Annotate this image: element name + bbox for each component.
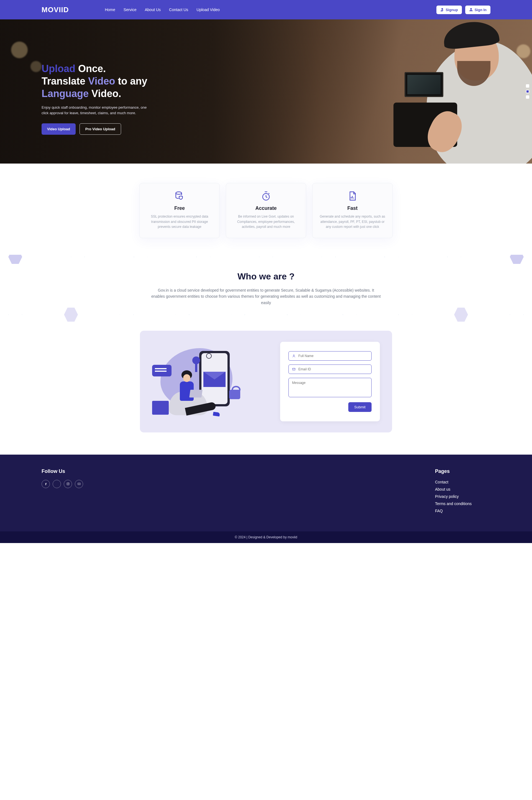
header: MOVIID Home Service About Us Contact Us … <box>0 0 532 19</box>
contact-form: Submit <box>280 342 380 421</box>
submit-button[interactable]: Submit <box>348 402 372 412</box>
footer-link-about[interactable]: About us <box>435 487 450 491</box>
who-body: Gov.in is a cloud service developed for … <box>151 287 381 306</box>
database-shield-icon <box>174 191 185 201</box>
full-name-input[interactable] <box>299 354 368 358</box>
pro-video-upload-button[interactable]: Pro Video Upload <box>79 123 121 135</box>
facebook-link[interactable] <box>41 480 50 488</box>
hero-slide-pager <box>526 84 529 99</box>
feature-title: Fast <box>319 205 386 211</box>
contact-section: Submit <box>140 331 392 432</box>
feature-card-free: Free SSL protection ensures encrypted da… <box>139 183 220 238</box>
signin-icon <box>469 8 473 12</box>
features-section: Free SSL protection ensures encrypted da… <box>0 164 532 255</box>
footer-copyright: © 2024 | Designed & Developed by moviid <box>0 532 532 543</box>
x-twitter-link[interactable] <box>53 480 61 488</box>
feature-card-accurate: Accurate Be informed on Live Govt. updat… <box>226 183 306 238</box>
feature-card-fast: Fast Generate and schedule any reports, … <box>312 183 393 238</box>
user-plus-icon <box>440 8 444 12</box>
hero-subtitle: Enjoy quick staff onboarding, monitor em… <box>41 105 147 116</box>
nav-upload-video[interactable]: Upload Video <box>196 7 220 12</box>
feature-title: Accurate <box>232 205 300 211</box>
email-field-wrap <box>288 365 372 374</box>
hero-buttons: Video Upload Pro Video Upload <box>41 123 158 135</box>
hero-title: Upload Once. Translate Video to any Lang… <box>41 62 158 100</box>
hex-decor-bottom <box>0 307 532 322</box>
who-title: Who we are ? <box>0 272 532 282</box>
x-twitter-icon <box>55 482 59 486</box>
follow-us-title: Follow Us <box>41 468 83 474</box>
hex-decor-top <box>0 255 532 265</box>
nav-about-us[interactable]: About Us <box>145 7 161 12</box>
signin-button[interactable]: Sign In <box>465 5 491 14</box>
youtube-link[interactable] <box>75 480 83 488</box>
feature-title: Free <box>146 205 213 211</box>
message-textarea[interactable] <box>288 378 372 397</box>
who-we-are-section: Who we are ? Gov.in is a cloud service d… <box>0 255 532 331</box>
signin-label: Sign In <box>475 8 487 12</box>
svg-point-0 <box>176 192 182 194</box>
footer-page-links: Contact About us Privacy policy Terms an… <box>435 480 491 513</box>
svg-point-5 <box>67 483 69 485</box>
youtube-icon <box>77 482 81 486</box>
facebook-icon <box>44 482 48 486</box>
feature-desc: SSL protection ensures encrypted data tr… <box>146 214 213 229</box>
hero-content: Upload Once. Translate Video to any Lang… <box>41 62 158 135</box>
pager-dot-2[interactable] <box>526 90 529 93</box>
stopwatch-icon <box>261 191 271 201</box>
feature-desc: Be informed on Live Govt. updates on Com… <box>232 214 300 229</box>
video-upload-button[interactable]: Video Upload <box>41 123 76 135</box>
social-links <box>41 480 83 488</box>
footer-col-pages: Pages Contact About us Privacy policy Te… <box>435 468 491 516</box>
report-file-icon <box>347 191 358 201</box>
feature-desc: Generate and schedule any reports, such … <box>319 214 386 229</box>
header-actions: Signup Sign In <box>436 5 491 14</box>
nav-home[interactable]: Home <box>105 7 115 12</box>
email-icon <box>292 367 296 371</box>
hero: Upload Once. Translate Video to any Lang… <box>0 19 532 164</box>
nav-service[interactable]: Service <box>124 7 137 12</box>
pager-dot-1[interactable] <box>526 84 529 88</box>
bokeh-light <box>11 42 28 58</box>
full-name-field-wrap <box>288 351 372 361</box>
signup-label: Signup <box>446 8 458 12</box>
bokeh-light <box>31 61 41 72</box>
footer-link-privacy[interactable]: Privacy policy <box>435 494 459 499</box>
hero-image-cameraman <box>240 19 532 164</box>
footer: Follow Us Pages Contact About us Privacy… <box>0 454 532 543</box>
instagram-icon <box>66 482 70 486</box>
instagram-link[interactable] <box>64 480 72 488</box>
logo[interactable]: MOVIID <box>41 5 69 14</box>
nav-contact-us[interactable]: Contact Us <box>169 7 188 12</box>
signup-button[interactable]: Signup <box>436 5 462 14</box>
pager-dot-3[interactable] <box>526 95 529 99</box>
footer-col-follow: Follow Us <box>41 468 83 516</box>
footer-link-contact[interactable]: Contact <box>435 480 448 484</box>
user-icon <box>292 354 296 358</box>
pages-title: Pages <box>435 468 491 474</box>
svg-point-2 <box>293 355 294 356</box>
footer-link-terms[interactable]: Terms and conditions <box>435 501 472 506</box>
footer-link-faq[interactable]: FAQ <box>435 509 443 513</box>
contact-illustration <box>152 346 269 417</box>
main-nav: Home Service About Us Contact Us Upload … <box>105 7 220 12</box>
email-input[interactable] <box>299 367 368 371</box>
